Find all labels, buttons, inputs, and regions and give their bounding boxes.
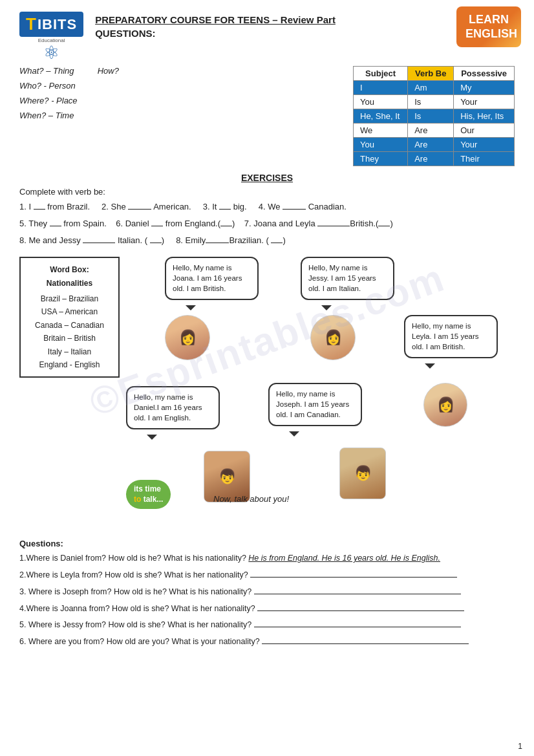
main-content: What? – Thing How? Who? - Person Where? … [19, 66, 515, 166]
nationality-italy: Italy – Italian [27, 345, 112, 358]
verb-am: Am [408, 81, 454, 95]
bubble-joseph: Hello, my name is Joseph. I am 15 years … [268, 383, 362, 426]
q2-text: 2.Where is Leyla from? How old is she? W… [19, 570, 248, 579]
blank-7 [317, 226, 350, 226]
question-when: When? – Time [19, 111, 343, 120]
q2-blank [250, 577, 457, 578]
word-box: Word Box:Nationalities Brazil – Brazilia… [19, 257, 120, 378]
how-label: How? [98, 66, 119, 76]
verb-are: Are [408, 124, 454, 138]
q-line-5: 5. Where is Jessy from? How old is she? … [19, 619, 515, 631]
logo-atom-icon: ⚛ [43, 42, 59, 63]
q6-blank [262, 643, 469, 644]
bubble-jessy: Hello, My name is Jessy. I am 15 years o… [301, 257, 394, 299]
exercise-line-1: 1. I from Brazil. 2. She American. 3. It… [19, 200, 515, 214]
questions-section: Questions: 1.Where is Daniel from? How o… [19, 535, 515, 648]
blank-1 [34, 209, 45, 210]
face-jessy: 👩 [310, 315, 356, 360]
table-header-possessive: Possessive [454, 67, 515, 81]
poss-their: Their [454, 152, 515, 166]
page-number: 1 [518, 742, 522, 751]
when-label: When? – Time [19, 111, 74, 120]
nationality-england: England - English [27, 358, 112, 371]
q1-text: 1.Where is Daniel from? How old is he? W… [19, 554, 246, 563]
table-row: We Are Our [354, 124, 515, 138]
question-who: Who? - Person [19, 81, 343, 91]
q5-blank [254, 627, 461, 627]
face-joana: 👩 [165, 315, 210, 360]
table-row: I Am My [354, 81, 515, 95]
blank-9 [206, 243, 229, 243]
poss-his-her-its: His, Her, Its [454, 109, 515, 124]
face-joseph: 👦 [339, 448, 386, 499]
table-header-verb-be: Verb Be [408, 67, 454, 81]
blank-7b [378, 226, 390, 226]
talk-badge: its timeto talk... [126, 480, 171, 509]
table-header-subject: Subject [354, 67, 408, 81]
q3-text: 3. Where is Joseph from? How old is he? … [19, 587, 251, 596]
poss-your2: Your [454, 138, 515, 152]
verb-are3: Are [408, 152, 454, 166]
header-content: PREPARATORY COURSE FOR TEENS – Review Pa… [95, 12, 515, 43]
exercise-line-2: 5. They from Spain. 6. Daniel from Engla… [19, 217, 515, 231]
complete-instruction: Complete with verb be: [19, 187, 515, 197]
nationality-britain: Britain – British [27, 332, 112, 345]
page-title: PREPARATORY COURSE FOR TEENS – Review Pa… [95, 14, 515, 25]
verb-are2: Are [408, 138, 454, 152]
poss-your: Your [454, 95, 515, 109]
q3-blank [254, 594, 461, 594]
q-line-4: 4.Where is Joanna from? How old is she? … [19, 603, 515, 615]
bubble-joana: Hello, My name is Joana. I am 16 years o… [165, 257, 259, 299]
question-where: Where? - Place [19, 96, 343, 105]
poss-our: Our [454, 124, 515, 138]
verb-be-table: Subject Verb Be Possessive I Am My You I… [353, 66, 515, 166]
question-what: What? – Thing How? [19, 66, 343, 76]
q-line-3: 3. Where is Joseph from? How old is he? … [19, 586, 515, 598]
now-talk-label: Now, talk about you! [213, 494, 289, 504]
bubbles-area: Hello, My name is Joana. I am 16 years o… [126, 257, 515, 528]
face-leyla: 👩 [423, 383, 467, 427]
logo-text: IBITS [37, 16, 77, 33]
questions-section-label: Questions: [19, 539, 515, 548]
table-row: You Are Your [354, 138, 515, 152]
subject-we: We [354, 124, 408, 138]
q-line-2: 2.Where is Leyla from? How old is she? W… [19, 569, 515, 581]
q-line-6: 6. Where are you from? How old are you? … [19, 636, 515, 648]
logo-box: T IBITS [19, 12, 83, 37]
subject-you: You [354, 95, 408, 109]
blank-8 [83, 243, 115, 243]
word-box-content: Brazil – Brazilian USA – American Canada… [27, 292, 112, 371]
exercises-section: EXERCISES Complete with verb be: 1. I fr… [19, 173, 515, 248]
header: T IBITS Educational ⚛ PREPARATORY COURSE… [19, 12, 515, 63]
exercises-title: EXERCISES [19, 173, 515, 183]
blank-6b [220, 226, 232, 226]
q1-answer: He is from England. He is 16 years old. … [248, 554, 440, 563]
logo-area: T IBITS Educational ⚛ [19, 12, 83, 63]
exercise-line-3: 8. Me and Jessy Italian. ( ) 8. EmilyBra… [19, 233, 515, 248]
learn-english-badge: LEARNENGLISH [456, 6, 521, 47]
subject-i: I [354, 81, 408, 95]
bubble-leyla: Hello, my name is Leyla. I am 15 years o… [404, 315, 498, 358]
questions-list: What? – Thing How? Who? - Person Where? … [19, 66, 343, 166]
q4-blank [257, 610, 464, 611]
subject-you2: You [354, 138, 408, 152]
poss-my: My [454, 81, 515, 95]
table-row: You Is Your [354, 95, 515, 109]
to-label: to [134, 495, 141, 504]
blank-3 [219, 209, 231, 210]
word-box-title: Word Box:Nationalities [27, 263, 112, 290]
blank-6 [151, 226, 163, 226]
blank-2 [128, 209, 151, 210]
q6-text: 6. Where are you from? How old are you? … [19, 637, 260, 646]
table-row: They Are Their [354, 152, 515, 166]
logo-t: T [26, 14, 37, 34]
verb-is2: Is [408, 109, 454, 124]
q4-text: 4.Where is Joanna from? How old is she? … [19, 604, 255, 613]
where-label: Where? - Place [19, 96, 78, 105]
blank-8b [150, 243, 162, 243]
bubble-daniel: Hello, my name is Daniel.I am 16 years o… [126, 386, 220, 429]
nationality-brazil: Brazil – Brazilian [27, 292, 112, 305]
activity-section: Word Box:Nationalities Brazil – Brazilia… [19, 257, 515, 528]
blank-4 [283, 209, 306, 210]
nationality-canada: Canada – Canadian [27, 319, 112, 332]
